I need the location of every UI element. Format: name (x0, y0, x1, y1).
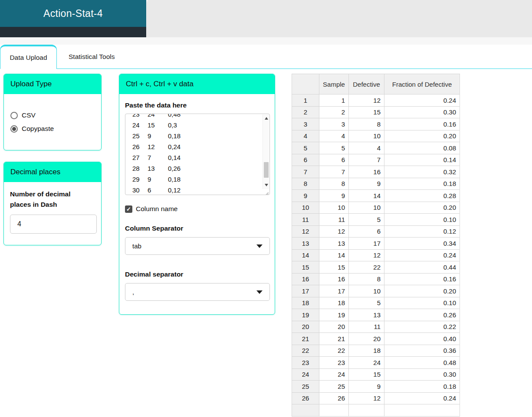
data-cell[interactable]: 12 (319, 225, 349, 238)
data-cell[interactable]: 0.20 (384, 202, 460, 214)
row-index-cell[interactable]: 25 (292, 381, 319, 393)
data-cell[interactable]: 0.24 (384, 94, 460, 107)
decimal-places-input[interactable] (10, 215, 97, 234)
row-index-cell[interactable]: 19 (292, 309, 319, 321)
data-cell[interactable]: 13 (349, 309, 384, 321)
data-cell[interactable]: 16 (349, 166, 384, 178)
data-cell[interactable]: 0.16 (384, 118, 460, 130)
data-cell[interactable]: 2 (319, 106, 349, 118)
data-cell[interactable]: 9 (349, 178, 384, 190)
data-cell[interactable]: 0.20 (384, 130, 460, 142)
data-cell[interactable]: 22 (349, 261, 384, 274)
row-index-cell[interactable]: 11 (292, 214, 319, 226)
data-cell[interactable]: 6 (319, 154, 349, 166)
data-cell[interactable]: 12 (349, 249, 384, 261)
data-cell[interactable]: 4 (349, 142, 384, 154)
data-cell[interactable]: 0.24 (384, 249, 460, 261)
data-cell[interactable]: 5 (319, 142, 349, 154)
data-cell[interactable]: 5 (349, 297, 384, 309)
data-cell[interactable]: 7 (349, 154, 384, 166)
paste-data-textarea[interactable]: 23240,4824150,32590,1826120,242770,14281… (125, 114, 270, 195)
row-index-cell[interactable]: 16 (292, 273, 319, 285)
row-index-cell[interactable]: 13 (292, 238, 319, 250)
data-cell[interactable]: 9 (319, 190, 349, 202)
data-cell[interactable]: 14 (349, 190, 384, 202)
data-cell[interactable]: 15 (349, 368, 384, 381)
data-cell[interactable]: 0.14 (384, 154, 460, 166)
data-cell[interactable]: 0.08 (384, 142, 460, 154)
row-index-cell[interactable]: 17 (292, 285, 319, 297)
data-cell[interactable]: 4 (319, 130, 349, 142)
radio-option-csv[interactable]: CSV (10, 111, 95, 119)
row-index-cell[interactable]: 20 (292, 321, 319, 333)
row-index-cell[interactable]: 2 (292, 106, 319, 118)
data-cell[interactable]: 12 (349, 392, 384, 404)
row-index-cell[interactable]: 6 (292, 154, 319, 166)
row-index-cell[interactable]: 10 (292, 202, 319, 214)
data-cell[interactable]: 24 (349, 357, 384, 369)
data-cell[interactable]: 14 (319, 249, 349, 261)
data-cell[interactable]: 8 (349, 118, 384, 130)
data-cell[interactable] (319, 404, 349, 417)
data-cell[interactable]: 25 (319, 381, 349, 393)
data-cell[interactable]: 0.22 (384, 321, 460, 333)
data-cell[interactable]: 10 (349, 202, 384, 214)
tab-statistical-tools[interactable]: Statistical Tools (69, 53, 115, 61)
data-cell[interactable]: 13 (319, 238, 349, 250)
data-cell[interactable]: 0.48 (384, 357, 460, 369)
data-cell[interactable]: 0.28 (384, 190, 460, 202)
row-index-cell[interactable]: 9 (292, 190, 319, 202)
row-index-cell[interactable]: 15 (292, 261, 319, 274)
data-cell[interactable]: 15 (319, 261, 349, 274)
data-cell[interactable]: 11 (319, 214, 349, 226)
data-cell[interactable]: 1 (319, 94, 349, 107)
data-cell[interactable]: 0.12 (384, 225, 460, 238)
scroll-up-icon[interactable] (263, 115, 269, 121)
data-cell[interactable]: 0.20 (384, 285, 460, 297)
column-name-checkbox[interactable]: ✓ (125, 205, 132, 213)
data-cell[interactable]: 16 (319, 273, 349, 285)
textarea-scrollbar[interactable] (263, 114, 269, 189)
data-cell[interactable]: 17 (319, 285, 349, 297)
row-index-cell[interactable] (292, 404, 319, 417)
data-cell[interactable]: 0.44 (384, 261, 460, 274)
row-index-cell[interactable]: 8 (292, 178, 319, 190)
data-cell[interactable]: 20 (349, 333, 384, 345)
data-cell[interactable]: 0.30 (384, 368, 460, 381)
data-cell[interactable]: 0.40 (384, 333, 460, 345)
data-cell[interactable]: 20 (319, 321, 349, 333)
data-cell[interactable]: 11 (349, 321, 384, 333)
scrollbar-thumb[interactable] (264, 162, 269, 178)
data-cell[interactable]: 6 (349, 225, 384, 238)
data-cell[interactable]: 23 (319, 357, 349, 369)
row-index-cell[interactable]: 14 (292, 249, 319, 261)
row-index-cell[interactable]: 26 (292, 392, 319, 404)
data-cell[interactable]: 0.30 (384, 106, 460, 118)
data-cell[interactable]: 5 (349, 214, 384, 226)
row-index-cell[interactable]: 1 (292, 94, 319, 107)
data-cell[interactable]: 0.24 (384, 392, 460, 404)
row-index-cell[interactable]: 18 (292, 297, 319, 309)
data-cell[interactable]: 8 (349, 273, 384, 285)
data-cell[interactable] (349, 404, 384, 417)
radio-option-copypaste[interactable]: Copypaste (10, 125, 95, 133)
tab-data-upload[interactable]: Data Upload (0, 45, 57, 69)
data-cell[interactable]: 19 (319, 309, 349, 321)
data-cell[interactable]: 10 (349, 285, 384, 297)
data-cell[interactable]: 10 (319, 202, 349, 214)
radio-icon[interactable] (10, 112, 18, 119)
data-cell[interactable]: 7 (319, 166, 349, 178)
column-separator-select[interactable]: tab (125, 237, 270, 255)
data-cell[interactable]: 0.18 (384, 381, 460, 393)
data-cell[interactable]: 17 (349, 238, 384, 250)
data-cell[interactable]: 0.34 (384, 238, 460, 250)
data-cell[interactable]: 22 (319, 345, 349, 357)
data-cell[interactable]: 12 (349, 94, 384, 107)
data-cell[interactable]: 0.10 (384, 214, 460, 226)
data-cell[interactable]: 10 (349, 130, 384, 142)
data-cell[interactable]: 0.16 (384, 273, 460, 285)
data-cell[interactable]: 24 (319, 368, 349, 381)
row-index-cell[interactable]: 4 (292, 130, 319, 142)
data-cell[interactable]: 8 (319, 178, 349, 190)
data-cell[interactable]: 26 (319, 392, 349, 404)
